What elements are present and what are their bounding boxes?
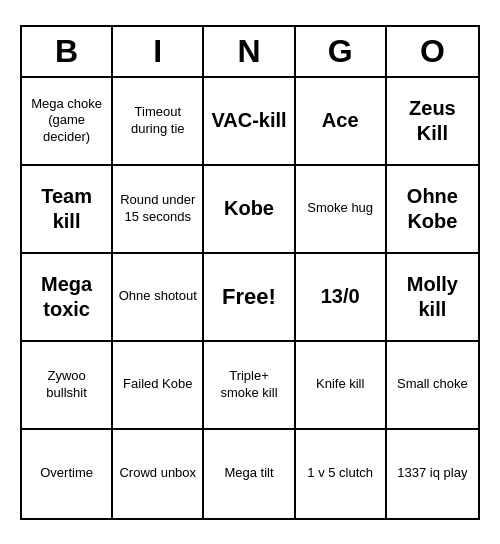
bingo-grid: Mega choke (game decider)Timeout during …	[22, 78, 478, 518]
bingo-cell-15[interactable]: Zywoo bullshit	[22, 342, 113, 430]
header-letter-n: N	[204, 27, 295, 76]
header-letter-o: O	[387, 27, 478, 76]
bingo-cell-3[interactable]: Ace	[296, 78, 387, 166]
bingo-cell-24[interactable]: 1337 iq play	[387, 430, 478, 518]
bingo-cell-5[interactable]: Team kill	[22, 166, 113, 254]
bingo-cell-1[interactable]: Timeout during tie	[113, 78, 204, 166]
bingo-cell-17[interactable]: Triple+ smoke kill	[204, 342, 295, 430]
bingo-cell-19[interactable]: Small choke	[387, 342, 478, 430]
bingo-cell-7[interactable]: Kobe	[204, 166, 295, 254]
bingo-cell-12[interactable]: Free!	[204, 254, 295, 342]
bingo-header: BINGO	[22, 27, 478, 78]
header-letter-g: G	[296, 27, 387, 76]
bingo-cell-13[interactable]: 13/0	[296, 254, 387, 342]
bingo-cell-21[interactable]: Crowd unbox	[113, 430, 204, 518]
bingo-cell-9[interactable]: Ohne Kobe	[387, 166, 478, 254]
bingo-card: BINGO Mega choke (game decider)Timeout d…	[20, 25, 480, 520]
bingo-cell-4[interactable]: Zeus Kill	[387, 78, 478, 166]
bingo-cell-11[interactable]: Ohne shotout	[113, 254, 204, 342]
bingo-cell-23[interactable]: 1 v 5 clutch	[296, 430, 387, 518]
bingo-cell-22[interactable]: Mega tilt	[204, 430, 295, 518]
bingo-cell-2[interactable]: VAC-kill	[204, 78, 295, 166]
bingo-cell-8[interactable]: Smoke hug	[296, 166, 387, 254]
bingo-cell-20[interactable]: Overtime	[22, 430, 113, 518]
header-letter-b: B	[22, 27, 113, 76]
header-letter-i: I	[113, 27, 204, 76]
bingo-cell-10[interactable]: Mega toxic	[22, 254, 113, 342]
bingo-cell-0[interactable]: Mega choke (game decider)	[22, 78, 113, 166]
bingo-cell-18[interactable]: Knife kill	[296, 342, 387, 430]
bingo-cell-6[interactable]: Round under 15 seconds	[113, 166, 204, 254]
bingo-cell-14[interactable]: Molly kill	[387, 254, 478, 342]
bingo-cell-16[interactable]: Failed Kobe	[113, 342, 204, 430]
